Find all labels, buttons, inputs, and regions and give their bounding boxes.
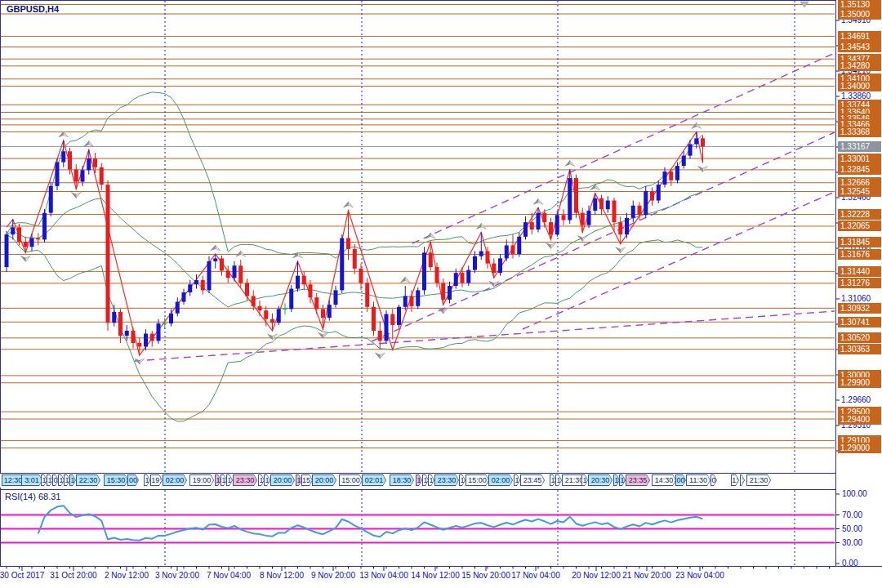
time-axis-label: 2 Nov 12:00 [105,571,149,580]
candle-time-tag: 19: [150,474,163,486]
fractal-up-icon [692,122,697,128]
candle-time-tag-label: 1 [460,475,465,485]
fractal-down-icon [380,353,385,359]
candle-time-tag-label: 1 [59,475,64,485]
candle-time-tag: 11:30 [686,474,710,486]
candle-time-tag-label: 1 [145,475,149,485]
candle-time-tag: 1 [41,474,47,486]
candle-time-tag: 15: [301,474,313,486]
time-axis-label: 14 Nov 12:00 [411,571,460,580]
price-level-label: 1.30741 [838,317,881,327]
candle-time-tag-label: 20:00 [271,475,294,485]
fractal-up-icon [565,160,570,166]
candle-time-tag: 1 [264,474,270,486]
candle-time-tag: 02:00 [488,474,513,486]
candle-time-tag-label: 1 [296,475,301,485]
price-level-label: 1.31276 [838,278,881,288]
fractal-up-icon [533,198,538,204]
candle-time-tag: 14:30 [652,474,676,486]
candle-time-tag-label: 15:00 [466,475,488,485]
candle-time-tag-label: 11:30 [687,475,710,485]
candle-time-tag-label: 1 [42,475,47,485]
candle-time-tag: 1 [459,474,466,486]
candle-time-tag: 3:01 [21,474,42,486]
time-axis-label: 23 Nov 04:00 [675,571,724,580]
fractal-up-icon [293,252,298,258]
fractal-up-icon [344,202,349,207]
candle-time-tag-label: : [741,475,744,485]
time-axis-label: 8 Nov 12:00 [260,571,304,580]
fractal-up-icon [697,122,702,128]
candle-time-tag-label: 02:01 [363,475,385,485]
candle-time-tag-label: 23:30 [435,475,458,485]
fractal-down-icon [489,281,494,287]
time-axis-label: 17 Nov 04:00 [511,571,560,580]
fractal-up-icon [241,251,246,256]
candle-time-tag: 23:30 [434,474,459,486]
fractal-down-icon [318,332,323,338]
candle-time-tag: 21:30 [746,474,771,486]
candle-time-tag-label: 20:00 [313,475,336,485]
candle-time-tag-label: 0 [711,475,716,485]
candle-time-tag-label: 3:01 [22,475,42,485]
price-level-label: 1.34691 [838,31,881,42]
candle-time-tag: 1 [226,474,233,486]
candle-time-tag: 1 [416,474,422,486]
fractal-down-icon [703,166,708,172]
fractal-down-icon [616,247,621,253]
candle-time-tag: 1 [422,474,429,486]
candle-time-tag-label: 23:35 [626,475,649,485]
candle-time-tag-label: 1 [550,475,555,485]
candle-time-tag-label: 1 [614,475,619,485]
fractal-down-icon [273,334,278,340]
candle-time-tag: 00 [127,474,139,486]
candle-time-tag: 1 [581,474,588,486]
candle-time-tag: 1 [428,474,434,486]
candle-time-tag: 23:35 [626,474,650,486]
chart-canvas[interactable] [0,0,882,588]
time-axis-label: 21 Nov 20:00 [622,571,671,580]
candle-time-tag-label: 02:00 [489,475,512,485]
price-level-label: 1.33368 [838,127,881,137]
rsi-line [38,506,703,541]
fractal-up-icon [216,245,220,251]
candle-time-tag-label: 1 [227,475,232,485]
candle-time-tag: 23:45 [520,474,545,486]
time-axis-label: 31 Oct 20:00 [50,571,96,580]
fractal-up-icon [84,141,89,147]
candle-time-tag-label: 23:45 [521,475,544,485]
rsi-axis-label: 70.00 [842,510,862,519]
candle-time-tag-label: 1 [70,475,75,485]
candle-time-tag: 02:00 [163,474,187,486]
candle-time-tag-label: 1 [65,475,69,485]
candle-time-tag: 15:30 [104,474,128,486]
fractal-up-icon [405,277,410,283]
candle-time-tag-label: 1 [416,475,421,485]
candle-time-tag-label: 1 [423,475,428,485]
candle-time-tag: 1 [514,474,520,486]
price-level-label: 1.32845 [838,164,881,175]
price-level-label: 1.29000 [838,443,881,453]
fractal-up-icon [236,251,241,256]
candle-time-tag: 1 [215,474,221,486]
time-tag-strip: 12:303:0111011122:3015:3000119:02:0019:0… [0,474,835,488]
fractal-down-icon [71,192,76,198]
candle-time-tag-label: 23:30 [234,475,256,485]
candle-time-tag-label: 1 [216,475,220,485]
time-axis-label: 15 Nov 20:00 [461,571,510,580]
candle-time-tag-label: 02:00 [163,475,186,485]
candle-time-tag: 0 [52,474,59,486]
candle-time-tag: 12:30 [2,474,24,486]
candle-time-tag-label: 15:00 [340,475,362,485]
fractal-up-icon [59,131,64,137]
price-level-label: 1.32065 [838,220,881,231]
time-axis-label: 9 Nov 20:00 [311,571,355,580]
candle-time-tag-label: 1 [221,475,226,485]
time-axis-label: 3 Nov 20:00 [155,571,199,580]
price-level-label: 1.29900 [838,377,881,388]
candle-time-tag: 1 [47,474,53,486]
rsi-axis-label: 30.00 [842,538,862,547]
candle-time-tag: 1 [64,474,70,486]
price-level-label: 1.30520 [838,332,881,343]
rsi-axis-label: 100.00 [842,489,867,498]
